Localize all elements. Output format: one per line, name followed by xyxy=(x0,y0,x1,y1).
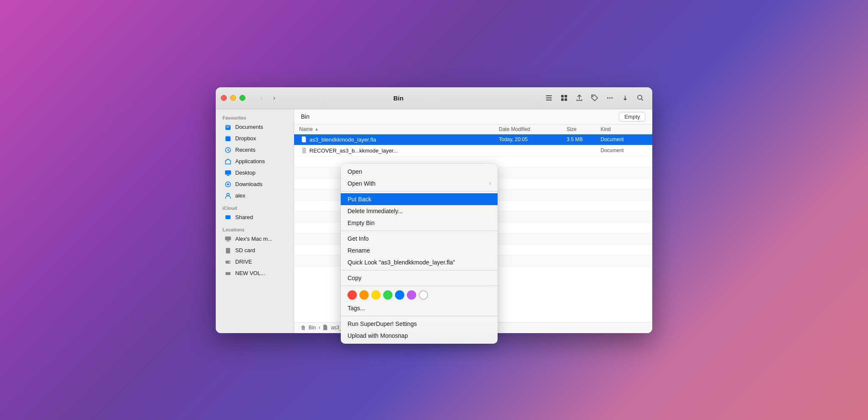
ctx-separator xyxy=(341,270,498,270)
tag-button[interactable] xyxy=(588,92,601,104)
ctx-item-copy[interactable]: Copy xyxy=(341,272,498,284)
sidebar-item-recents[interactable]: Recents xyxy=(217,145,292,156)
finder-window: ‹ › Bin xyxy=(216,87,652,333)
shared-label: Shared xyxy=(235,214,253,220)
ctx-item-quick-look[interactable]: Quick Look "as3_blendkkmode_layer.fla" xyxy=(341,256,498,268)
table-row[interactable]: RECOVER_as3_b...kkmode_layer... Document xyxy=(294,145,652,156)
ctx-item-empty-bin[interactable]: Empty Bin xyxy=(341,217,498,229)
alex-label: alex xyxy=(235,192,245,199)
more-button[interactable] xyxy=(603,92,617,104)
svg-point-24 xyxy=(229,261,231,263)
file-date: Today, 20:05 xyxy=(499,136,567,142)
search-button[interactable] xyxy=(634,92,647,104)
list-view-button[interactable] xyxy=(542,92,556,104)
sidebar-item-shared[interactable]: Shared xyxy=(217,212,292,223)
sidebar-item-newvol[interactable]: NEW VOL... xyxy=(217,268,292,279)
dropbox-label: Dropbox xyxy=(235,135,256,142)
locations-section: Locations Alex's Mac m... xyxy=(216,225,294,279)
col-name-header[interactable]: Name ▲ xyxy=(299,126,499,132)
favourites-section: Favourites Documents xyxy=(216,113,294,201)
close-button[interactable] xyxy=(221,95,227,101)
color-dot-green[interactable] xyxy=(383,290,392,300)
svg-rect-3 xyxy=(561,95,564,97)
recents-icon xyxy=(224,146,232,154)
ctx-item-open-with[interactable]: Open With › xyxy=(341,178,498,189)
svg-point-9 xyxy=(609,97,611,99)
color-dot-purple[interactable] xyxy=(407,290,416,300)
ctx-item-put-back[interactable]: Put Back xyxy=(341,193,498,205)
color-dot-orange[interactable] xyxy=(359,290,369,300)
color-dots-row xyxy=(341,288,498,302)
status-bin-label: Bin xyxy=(309,325,316,331)
file-size: 3.5 MB xyxy=(567,136,601,142)
sort-button[interactable] xyxy=(618,92,632,104)
ctx-item-rename[interactable]: Rename xyxy=(341,245,498,256)
file-icon xyxy=(299,136,309,143)
drive-label: DRIVE xyxy=(235,259,252,265)
title-bar: ‹ › Bin xyxy=(216,87,652,109)
svg-rect-0 xyxy=(546,95,552,96)
ctx-item-delete-immediately[interactable]: Delete Immediately... xyxy=(341,205,498,217)
minimize-button[interactable] xyxy=(230,95,236,101)
svg-rect-2 xyxy=(546,100,552,100)
svg-rect-18 xyxy=(225,170,231,175)
col-size-header[interactable]: Size xyxy=(567,126,601,132)
color-dot-red[interactable] xyxy=(348,290,357,300)
status-separator: › xyxy=(318,325,320,331)
ctx-item-get-info[interactable]: Get Info xyxy=(341,233,498,245)
color-dot-blue[interactable] xyxy=(395,290,404,300)
file-kind: Document xyxy=(601,136,647,142)
shared-icon xyxy=(224,214,232,221)
favourites-label: Favourites xyxy=(216,113,294,121)
col-date-header[interactable]: Date Modified xyxy=(499,126,567,132)
maximize-button[interactable] xyxy=(239,95,245,101)
alexmac-icon xyxy=(224,235,232,243)
desktop-icon xyxy=(224,169,232,177)
share-button[interactable] xyxy=(573,92,586,104)
svg-rect-16 xyxy=(225,136,231,141)
sidebar-item-applications[interactable]: Applications xyxy=(217,156,292,167)
ctx-item-run-superduper[interactable]: Run SuperDuper! Settings xyxy=(341,318,498,330)
sidebar-item-desktop[interactable]: Desktop xyxy=(217,167,292,178)
sidebar-item-alex[interactable]: alex xyxy=(217,190,292,201)
ctx-item-open[interactable]: Open xyxy=(341,166,498,178)
file-name: as3_blendkkmode_layer.fla xyxy=(309,136,376,143)
ctx-item-tags[interactable]: Tags... xyxy=(341,302,498,314)
main-header: Bin Empty xyxy=(294,109,652,125)
table-row[interactable]: as3_blendkkmode_layer.fla Today, 20:05 3… xyxy=(294,134,652,145)
traffic-lights xyxy=(221,95,245,101)
svg-point-7 xyxy=(593,96,594,97)
empty-button[interactable]: Empty xyxy=(619,112,645,122)
column-headers: Name ▲ Date Modified Size Kind xyxy=(294,125,652,134)
desktop-label: Desktop xyxy=(235,170,256,176)
sidebar-item-dropbox[interactable]: Dropbox xyxy=(217,133,292,144)
sidebar-item-downloads[interactable]: Downloads xyxy=(217,179,292,190)
ctx-separator xyxy=(341,231,498,231)
sdcard-icon xyxy=(224,247,232,254)
dropbox-icon xyxy=(224,135,232,142)
sidebar-item-documents[interactable]: Documents xyxy=(217,122,292,133)
status-trash-icon: 🗑 xyxy=(301,325,306,331)
sidebar-item-sdcard[interactable]: SD card xyxy=(217,245,292,256)
context-menu: Open Open With › Put Back Delete Immedia… xyxy=(341,164,498,344)
color-dot-gray[interactable] xyxy=(419,290,428,300)
svg-rect-5 xyxy=(561,98,564,101)
file-name-col: RECOVER_as3_b...kkmode_layer... xyxy=(309,147,499,154)
col-kind-header[interactable]: Kind xyxy=(601,126,647,132)
file-kind: Document xyxy=(601,147,647,153)
color-dot-yellow[interactable] xyxy=(371,290,381,300)
ctx-separator xyxy=(341,191,498,192)
submenu-chevron-icon: › xyxy=(489,181,491,186)
sidebar-item-drive[interactable]: DRIVE xyxy=(217,256,292,267)
svg-rect-6 xyxy=(565,98,567,101)
icloud-label: iCloud xyxy=(216,203,294,211)
grid-view-button[interactable] xyxy=(557,92,571,104)
applications-icon xyxy=(224,158,232,165)
sidebar-item-alexmac[interactable]: Alex's Mac m... xyxy=(217,234,292,245)
documents-icon xyxy=(224,123,232,131)
file-name-col: as3_blendkkmode_layer.fla xyxy=(309,136,499,143)
svg-point-8 xyxy=(607,97,609,99)
ctx-item-upload-monosnap[interactable]: Upload with Monosnap xyxy=(341,330,498,342)
svg-rect-22 xyxy=(226,248,230,253)
svg-rect-13 xyxy=(226,126,230,127)
